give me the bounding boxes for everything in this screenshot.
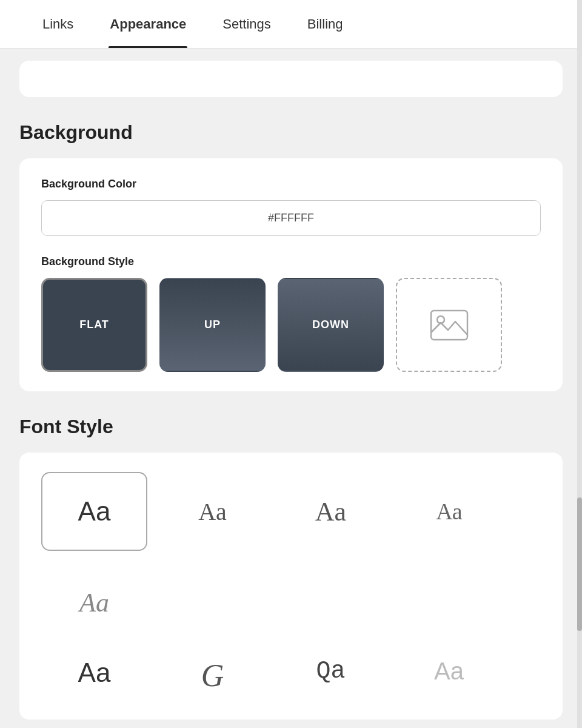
top-partial-card bbox=[19, 61, 563, 97]
font-label-6: Aa bbox=[78, 658, 111, 688]
font-label-9: Aa bbox=[434, 658, 464, 685]
font-option-9[interactable]: Aa bbox=[396, 652, 502, 700]
font-option-2[interactable]: Aa bbox=[159, 472, 266, 551]
font-label-1: Aa bbox=[78, 496, 111, 527]
font-option-8[interactable]: Qa bbox=[278, 652, 384, 700]
font-option-5[interactable]: Aa bbox=[41, 563, 147, 642]
background-style-options: FLAT UP DOWN bbox=[41, 278, 541, 372]
background-heading: Background bbox=[19, 121, 563, 144]
font-style-heading: Font Style bbox=[19, 416, 563, 438]
style-option-down[interactable]: DOWN bbox=[278, 278, 384, 372]
font-label-2: Aa bbox=[198, 497, 227, 526]
font-option-4[interactable]: Aa bbox=[396, 472, 502, 551]
tab-settings[interactable]: Settings bbox=[204, 0, 289, 48]
style-option-image[interactable] bbox=[396, 278, 502, 372]
tab-links[interactable]: Links bbox=[24, 0, 92, 48]
font-label-7: G bbox=[201, 658, 224, 693]
style-option-up[interactable]: UP bbox=[159, 278, 266, 372]
background-style-label: Background Style bbox=[41, 255, 541, 268]
style-down-label: DOWN bbox=[312, 318, 349, 331]
svg-rect-0 bbox=[431, 311, 467, 340]
background-color-label: Background Color bbox=[41, 178, 541, 190]
font-options-row2: Aa G Qa Aa Aa bbox=[41, 652, 541, 700]
style-up-label: UP bbox=[204, 318, 221, 331]
style-option-flat[interactable]: FLAT bbox=[41, 278, 147, 372]
style-flat-label: FLAT bbox=[79, 318, 109, 331]
font-option-7[interactable]: G bbox=[159, 652, 266, 700]
scrollbar-thumb[interactable] bbox=[577, 497, 582, 631]
font-option-6[interactable]: Aa bbox=[41, 652, 147, 700]
font-options-row1: Aa Aa Aa Aa Aa bbox=[41, 472, 541, 642]
image-icon bbox=[430, 309, 469, 341]
tab-appearance[interactable]: Appearance bbox=[92, 0, 204, 48]
background-card: Background Color #FFFFFF Background Styl… bbox=[19, 158, 563, 391]
tab-billing[interactable]: Billing bbox=[289, 0, 361, 48]
font-option-1[interactable]: Aa bbox=[41, 472, 147, 551]
font-option-3[interactable]: Aa bbox=[278, 472, 384, 551]
font-label-3: Aa bbox=[315, 496, 346, 527]
font-style-card: Aa Aa Aa Aa Aa Aa G Qa bbox=[19, 453, 563, 720]
font-label-5: Aa bbox=[79, 587, 109, 618]
font-label-4: Aa bbox=[436, 498, 461, 525]
top-navigation: Links Appearance Settings Billing bbox=[0, 0, 582, 49]
main-content: Background Background Color #FFFFFF Back… bbox=[0, 121, 582, 720]
background-color-input[interactable]: #FFFFFF bbox=[41, 200, 541, 236]
scrollbar[interactable] bbox=[577, 0, 582, 728]
font-label-8: Qa bbox=[316, 658, 345, 685]
